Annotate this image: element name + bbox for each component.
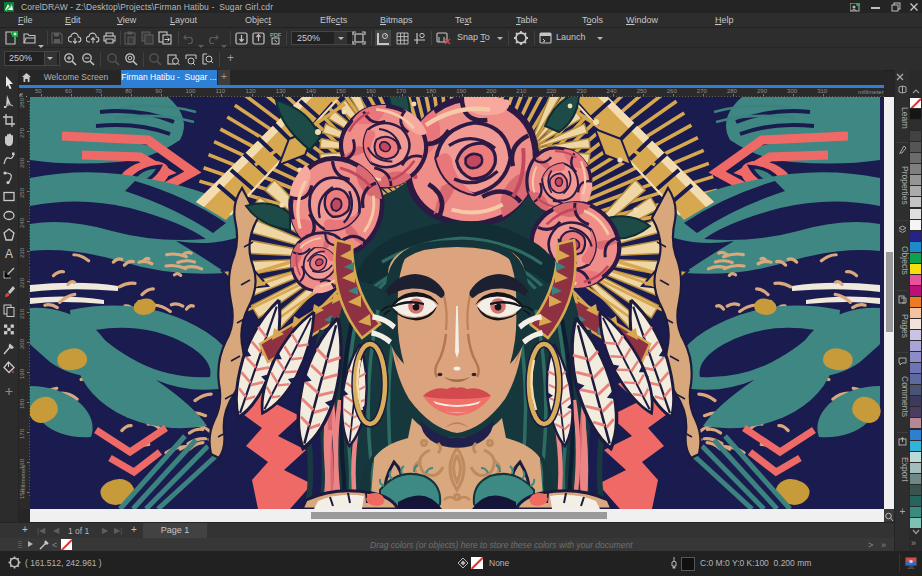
svg-text:A: A <box>5 247 13 260</box>
svg-text:PDF: PDF <box>270 32 282 38</box>
